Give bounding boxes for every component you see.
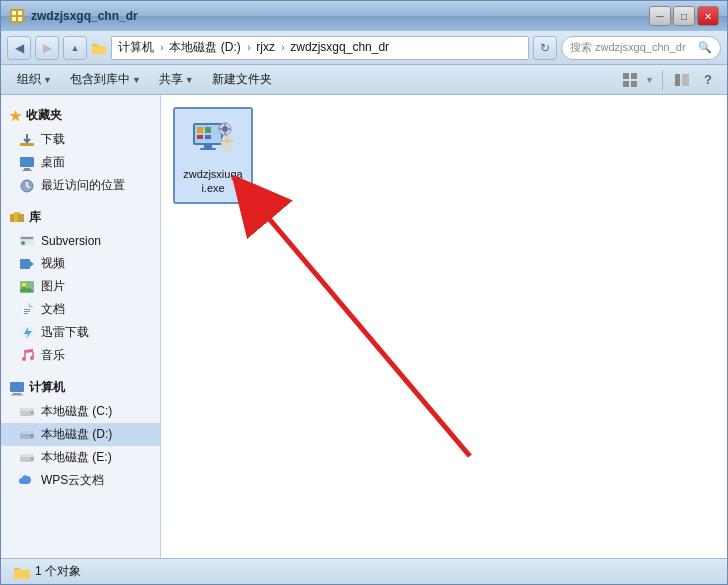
sidebar-item-thunder[interactable]: 迅雷下载: [1, 321, 160, 344]
pane-toggle-button[interactable]: [671, 69, 693, 91]
toolbar: 组织 ▼ 包含到库中 ▼ 共享 ▼ 新建文件夹 ▼: [1, 65, 727, 95]
sidebar-section-favorites[interactable]: ★ 收藏夹: [1, 103, 160, 128]
svg-rect-34: [11, 394, 23, 395]
view-options-button[interactable]: [619, 69, 641, 91]
sidebar: ★ 收藏夹 下载 桌面: [1, 95, 161, 558]
sidebar-item-documents[interactable]: 文档: [1, 298, 160, 321]
svg-rect-2: [18, 11, 22, 15]
breadcrumb-part: 本地磁盘 (D:): [169, 40, 240, 54]
help-button[interactable]: ?: [697, 69, 719, 91]
sidebar-item-subversion[interactable]: Subversion: [1, 230, 160, 252]
sidebar-section-computer[interactable]: 计算机: [1, 375, 160, 400]
folder-icon: [91, 40, 107, 56]
sidebar-item-drive-e[interactable]: 本地磁盘 (E:): [1, 446, 160, 469]
toolbar-separator: [662, 70, 663, 90]
svg-rect-10: [682, 74, 689, 86]
disk-d-icon: [19, 427, 35, 443]
svg-rect-14: [22, 170, 32, 171]
file-name: zwdzjsxiugai.exe: [181, 167, 245, 196]
sidebar-section-libraries[interactable]: 库: [1, 205, 160, 230]
computer-section-icon: [9, 380, 25, 396]
sidebar-item-drive-d[interactable]: 本地磁盘 (D:): [1, 423, 160, 446]
title-controls: ─ □ ✕: [649, 6, 719, 26]
search-bar[interactable]: 搜索 zwdzjsxgq_chn_dr 🔍: [561, 36, 721, 60]
svg-rect-28: [24, 313, 28, 314]
svg-rect-20: [21, 237, 33, 239]
include-dropdown-icon: ▼: [132, 75, 141, 85]
search-placeholder-text: 搜索 zwdzjsxgq_chn_dr: [570, 40, 694, 55]
sidebar-item-desktop[interactable]: 桌面: [1, 151, 160, 174]
disk-e-icon: [19, 450, 35, 466]
status-count: 1 个对象: [35, 563, 81, 580]
svg-rect-12: [20, 157, 34, 167]
documents-icon: [19, 302, 35, 318]
organize-button[interactable]: 组织 ▼: [9, 68, 60, 91]
sidebar-item-music[interactable]: 音乐: [1, 344, 160, 367]
drive-d-label: 本地磁盘 (D:): [41, 426, 112, 443]
sidebar-item-wps-cloud[interactable]: WPS云文档: [1, 469, 160, 492]
sidebar-item-recent[interactable]: 最近访问的位置: [1, 174, 160, 197]
close-button[interactable]: ✕: [697, 6, 719, 26]
forward-button[interactable]: ▶: [35, 36, 59, 60]
new-folder-label: 新建文件夹: [212, 71, 272, 88]
subversion-icon: [19, 233, 35, 249]
svg-rect-49: [205, 135, 211, 139]
recent-label: 最近访问的位置: [41, 177, 125, 194]
back-button[interactable]: ◀: [7, 36, 31, 60]
libraries-label: 库: [29, 209, 41, 226]
sidebar-item-video[interactable]: 视频: [1, 252, 160, 275]
minimize-button[interactable]: ─: [649, 6, 671, 26]
svg-rect-42: [20, 454, 34, 457]
share-dropdown-icon: ▼: [185, 75, 194, 85]
title-bar-left: zwdzjsxgq_chn_dr: [9, 8, 138, 24]
sidebar-item-pictures[interactable]: 图片: [1, 275, 160, 298]
svg-rect-58: [228, 128, 231, 130]
include-library-button[interactable]: 包含到库中 ▼: [62, 68, 149, 91]
svg-rect-55: [224, 123, 226, 126]
desktop-icon: [19, 155, 35, 171]
svg-line-60: [251, 197, 470, 456]
breadcrumb-bar[interactable]: 计算机 › 本地磁盘 (D:) › rjxz › zwdzjsxgq_chn_d…: [111, 36, 529, 60]
documents-label: 文档: [41, 301, 65, 318]
sidebar-item-drive-c[interactable]: 本地磁盘 (C:): [1, 400, 160, 423]
include-label: 包含到库中: [70, 71, 130, 88]
svg-rect-51: [200, 148, 216, 150]
main-area: ★ 收藏夹 下载 桌面: [1, 95, 727, 558]
svg-rect-39: [20, 431, 34, 434]
sidebar-divider-1: [1, 197, 160, 205]
svg-rect-8: [631, 81, 637, 87]
window-title: zwdzjsxgq_chn_dr: [31, 9, 138, 23]
svg-rect-11: [20, 143, 34, 146]
search-icon: 🔍: [698, 41, 712, 54]
desktop-label: 桌面: [41, 154, 65, 171]
thunder-label: 迅雷下载: [41, 324, 89, 341]
new-folder-button[interactable]: 新建文件夹: [204, 68, 280, 91]
svg-rect-36: [20, 408, 34, 411]
refresh-button[interactable]: ↻: [533, 36, 557, 60]
svg-rect-13: [24, 168, 30, 170]
sidebar-divider-2: [1, 367, 160, 375]
svg-rect-26: [24, 309, 30, 310]
view-dropdown-icon[interactable]: ▼: [645, 75, 654, 85]
wps-cloud-label: WPS云文档: [41, 472, 104, 489]
sidebar-item-download[interactable]: 下载: [1, 128, 160, 151]
maximize-button[interactable]: □: [673, 6, 695, 26]
window-icon: [9, 8, 25, 24]
recent-icon: [19, 178, 35, 194]
svg-rect-22: [20, 259, 30, 269]
pane-icon: [674, 72, 690, 88]
computer-label: 计算机: [29, 379, 65, 396]
pictures-label: 图片: [41, 278, 65, 295]
svg-rect-18: [18, 214, 24, 222]
up-button[interactable]: ▲: [63, 36, 87, 60]
music-label: 音乐: [41, 347, 65, 364]
svg-rect-5: [623, 73, 629, 79]
music-icon: [19, 348, 35, 364]
file-item-exe[interactable]: zwdzjsxiugai.exe: [173, 107, 253, 204]
breadcrumb-part: zwdzjsxgq_chn_dr: [290, 40, 389, 54]
status-bar: 1 个对象: [1, 558, 727, 584]
library-icon: [9, 210, 25, 226]
svg-marker-23: [30, 261, 34, 267]
share-button[interactable]: 共享 ▼: [151, 68, 202, 91]
organize-label: 组织: [17, 71, 41, 88]
